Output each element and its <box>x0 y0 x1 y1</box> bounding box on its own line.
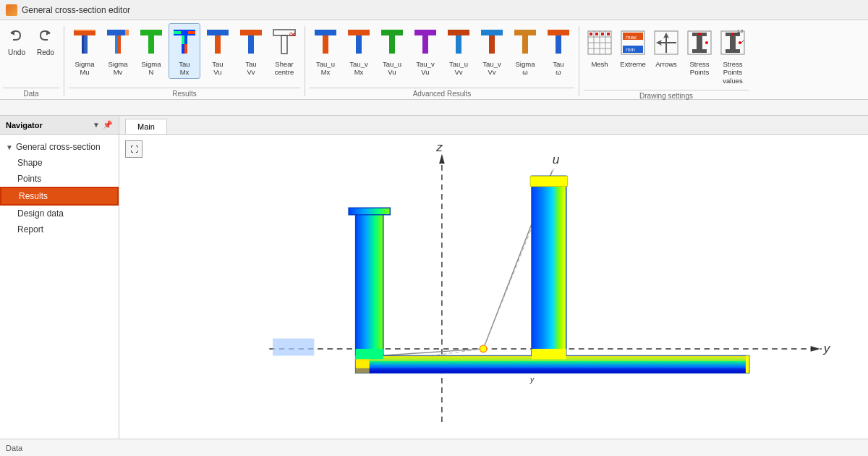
svg-rect-27 <box>323 35 328 54</box>
tau-v-mx-button[interactable]: Tau_vMx <box>343 23 375 79</box>
nav-item-report[interactable]: Report <box>0 221 119 237</box>
svg-rect-106 <box>356 349 383 359</box>
divider-2 <box>305 26 305 96</box>
sigma-mv-icon <box>105 27 131 59</box>
nav-design-label: Design data <box>17 208 64 219</box>
svg-rect-14 <box>174 31 181 34</box>
sidebar-title: Navigator <box>6 121 43 130</box>
extreme-button[interactable]: max min Extreme <box>617 23 649 74</box>
stress-points-icon <box>686 27 712 59</box>
tau-v-mx-label: Tau_vMx <box>349 60 367 77</box>
svg-point-73 <box>731 33 734 35</box>
main-tab[interactable]: Main <box>125 119 167 134</box>
sigma-mu-button[interactable]: SigmaMu <box>69 23 101 79</box>
svg-rect-37 <box>489 35 495 54</box>
svg-rect-16 <box>182 35 184 44</box>
tau-v-vu-icon <box>412 27 438 59</box>
tau-vv-button[interactable]: TauVv <box>235 23 267 79</box>
svg-rect-66 <box>692 49 707 53</box>
svg-rect-32 <box>414 30 436 35</box>
svg-rect-10 <box>140 30 162 35</box>
svg-rect-23 <box>281 35 287 54</box>
sigma-omega-button[interactable]: Sigmaω <box>509 23 541 79</box>
divider-1 <box>64 26 64 96</box>
tau-v-vv-button[interactable]: Tau_vVv <box>476 23 508 79</box>
stress-points-label: StressPoints <box>690 60 710 77</box>
svg-rect-18 <box>207 30 229 35</box>
mesh-button[interactable]: Mesh <box>584 23 616 74</box>
svg-marker-82 <box>811 346 820 352</box>
tau-u-vu-icon <box>379 27 405 59</box>
svg-rect-40 <box>548 30 569 35</box>
mesh-icon <box>587 27 613 59</box>
tau-u-vu-button[interactable]: Tau_uVu <box>376 23 408 79</box>
nav-item-design-data[interactable]: Design data <box>0 206 119 221</box>
drawing-section: Mesh max min Extreme <box>584 23 749 99</box>
data-section: Undo Redo Data <box>3 23 59 99</box>
tau-vv-icon <box>238 27 264 59</box>
divider-3 <box>579 26 579 96</box>
extreme-label: Extreme <box>620 60 645 68</box>
arrows-label: Arrows <box>655 60 677 68</box>
nav-item-points[interactable]: Points <box>0 171 119 187</box>
cross-section-svg: z y u v <box>119 135 868 439</box>
tau-u-vv-button[interactable]: Tau_uVv <box>443 23 475 79</box>
tau-vu-label: TauVu <box>212 60 223 77</box>
shear-centre-label: Shearcentre <box>275 60 294 77</box>
extreme-icon: max min <box>620 27 646 59</box>
sigma-mu-icon <box>72 27 98 59</box>
main-layout: Navigator ▼ 📌 ▼ General cross-section Sh… <box>0 116 868 439</box>
svg-rect-50 <box>595 33 598 35</box>
tau-u-mx-button[interactable]: Tau_uMx <box>310 23 341 79</box>
tau-v-vv-icon <box>479 27 505 59</box>
sigma-mv-button[interactable]: SigmaMv <box>102 23 134 79</box>
svg-rect-31 <box>389 35 395 54</box>
expand-triangle: ▼ <box>6 143 13 151</box>
sidebar-pin[interactable]: 📌 <box>103 120 113 130</box>
sigma-n-label: SigmaN <box>142 60 161 77</box>
advanced-label: Advanced Results <box>310 88 574 99</box>
shear-centre-button[interactable]: × Cs Shearcentre <box>268 23 300 79</box>
tau-omega-label: Tauω <box>553 60 563 77</box>
tau-mx-button[interactable]: TauMx <box>169 23 200 79</box>
svg-rect-38 <box>514 30 536 35</box>
tau-vu-button[interactable]: TauVu <box>202 23 234 79</box>
nav-item-general[interactable]: ▼ General cross-section <box>0 139 119 155</box>
sigma-mv-label: SigmaMv <box>109 60 128 77</box>
tab-bar: Main <box>119 116 868 135</box>
nav-general-label: General cross-section <box>16 142 101 152</box>
tau-v-vu-button[interactable]: Tau_vVu <box>409 23 441 79</box>
svg-text:Cs: Cs <box>289 32 296 37</box>
toolbar: Undo Redo Data <box>0 20 868 100</box>
svg-rect-21 <box>248 35 254 54</box>
svg-rect-19 <box>215 35 221 54</box>
app-icon <box>6 4 17 16</box>
svg-text:u: u <box>553 152 560 166</box>
stress-points-button[interactable]: StressPoints <box>684 23 715 79</box>
stress-points-values-button[interactable]: 1.2 StressPoints values <box>717 23 749 87</box>
tau-omega-button[interactable]: Tauω <box>542 23 574 79</box>
svg-rect-33 <box>422 35 428 54</box>
drawing-label: Drawing settings <box>584 90 749 101</box>
mesh-label: Mesh <box>591 60 608 68</box>
tau-mx-label: TauMx <box>179 60 190 77</box>
svg-rect-71 <box>730 36 736 49</box>
sidebar-dropdown[interactable]: ▼ <box>93 121 100 129</box>
tau-u-vu-label: Tau_uVu <box>383 60 401 77</box>
status-bar: Data <box>0 439 868 456</box>
results-section: SigmaMu SigmaMv <box>69 23 300 99</box>
svg-rect-52 <box>607 33 610 35</box>
nav-item-results[interactable]: Results <box>0 187 119 206</box>
status-label: Data <box>6 444 22 452</box>
svg-rect-29 <box>356 35 362 54</box>
undo-icon <box>6 27 27 48</box>
svg-rect-4 <box>74 30 95 31</box>
redo-button[interactable]: Redo <box>32 23 59 74</box>
svg-rect-5 <box>82 35 84 54</box>
undo-button[interactable]: Undo <box>3 23 30 74</box>
sigma-n-button[interactable]: SigmaN <box>135 23 167 79</box>
arrows-button[interactable]: Arrows <box>650 23 682 74</box>
svg-marker-80 <box>439 154 445 164</box>
nav-item-shape[interactable]: Shape <box>0 155 119 171</box>
tau-u-vv-icon <box>446 27 472 59</box>
